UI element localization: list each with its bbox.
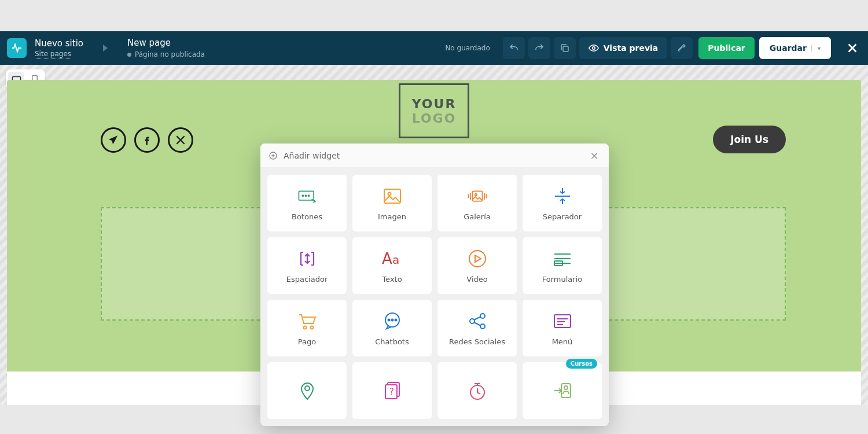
widget-label: Chatbots [375, 337, 409, 346]
svg-text:A: A [382, 250, 392, 267]
widget-label: Texto [382, 275, 402, 284]
x-twitter-icon[interactable] [168, 127, 193, 153]
join-us-button[interactable]: Join Us [713, 126, 786, 153]
svg-point-13 [475, 193, 476, 195]
telegram-icon[interactable] [101, 127, 126, 153]
save-label: Guardar [770, 43, 807, 53]
widget-card-buttons[interactable]: Botones [267, 175, 347, 231]
page-title[interactable]: New page [127, 38, 205, 48]
plus-circle-icon [269, 151, 278, 160]
svg-point-28 [305, 386, 310, 391]
svg-point-26 [480, 324, 485, 329]
chat-icon [382, 311, 403, 332]
logo-line1: YOUR [412, 97, 457, 111]
save-button[interactable]: Guardar ▾ [759, 37, 831, 59]
location-icon [297, 380, 318, 401]
spacer-icon [297, 248, 318, 269]
text-icon: Aa [382, 248, 403, 269]
copy-button[interactable] [554, 37, 576, 59]
svg-point-23 [395, 319, 396, 321]
social-icons-row[interactable] [101, 127, 193, 153]
image-icon [382, 186, 403, 207]
close-button[interactable] [844, 39, 861, 57]
breadcrumb: Nuevo sitio Site pages New page Página n… [35, 38, 205, 58]
modal-title: Añadir widget [284, 151, 340, 160]
widget-card-share[interactable]: Redes Sociales [437, 300, 517, 356]
widget-card-video[interactable]: Video [437, 237, 517, 294]
svg-point-9 [308, 195, 309, 196]
widget-card-text[interactable]: AaTexto [352, 237, 432, 294]
redo-button[interactable] [528, 37, 550, 59]
widget-label: Formulario [542, 275, 582, 284]
buttons-icon [297, 186, 318, 207]
svg-text:?: ? [389, 387, 394, 397]
svg-point-34 [564, 386, 568, 389]
save-dropdown-chevron-icon[interactable]: ▾ [811, 45, 821, 52]
widget-label: Espaciador [286, 275, 328, 284]
widget-label: Separador [543, 212, 582, 221]
widget-card-separator[interactable]: Separador [523, 175, 602, 231]
menu-icon [552, 311, 573, 332]
cart-icon [297, 311, 318, 332]
quiz-icon: ? [382, 380, 403, 401]
widget-label: Botones [292, 212, 322, 221]
logo-placeholder[interactable]: YOUR LOGO [399, 83, 469, 138]
widget-grid: BotonesImagenGaleríaSeparadorEspaciadorA… [260, 168, 609, 426]
publish-button[interactable]: Publicar [698, 37, 755, 59]
app-logo-icon[interactable] [7, 38, 27, 58]
svg-point-22 [391, 319, 393, 321]
logo-line2: LOGO [412, 111, 457, 126]
widget-card-spacer[interactable]: Espaciador [267, 237, 347, 294]
svg-point-18 [303, 326, 306, 329]
share-icon [467, 311, 488, 332]
widget-label: Pago [298, 337, 316, 346]
widget-card-menu[interactable]: Menú [523, 300, 602, 356]
svg-point-7 [302, 195, 303, 196]
svg-point-8 [305, 195, 306, 196]
svg-text:a: a [392, 253, 399, 267]
widget-card-clock[interactable] [437, 362, 517, 419]
widget-card-cart[interactable]: Pago [267, 300, 347, 356]
login-icon [552, 380, 573, 401]
modal-header: Añadir widget × [260, 144, 609, 168]
svg-point-21 [388, 319, 389, 321]
preview-button[interactable]: Vista previa [579, 37, 668, 59]
svg-rect-0 [563, 46, 568, 52]
svg-point-1 [593, 47, 595, 50]
gallery-icon [467, 186, 488, 207]
widget-card-form[interactable]: Formulario [523, 237, 602, 294]
svg-rect-10 [384, 189, 400, 203]
top-bar: Nuevo sitio Site pages New page Página n… [0, 31, 868, 65]
widget-label: Video [466, 275, 487, 284]
form-icon [552, 248, 573, 269]
widget-card-gallery[interactable]: Galería [437, 175, 517, 231]
svg-point-16 [469, 251, 486, 267]
widget-label: Imagen [378, 212, 406, 221]
preview-label: Vista previa [604, 43, 659, 53]
facebook-icon[interactable] [134, 127, 160, 153]
site-title[interactable]: Nuevo sitio [35, 38, 83, 49]
widget-card-location[interactable] [267, 362, 347, 419]
widget-card-chat[interactable]: Chatbots [352, 300, 432, 356]
modal-close-button[interactable]: × [588, 149, 601, 162]
site-pages-link[interactable]: Site pages [35, 50, 83, 58]
page-status: Página no publicada [127, 50, 205, 58]
breadcrumb-chevron-icon [103, 43, 108, 54]
widget-badge: Cursos [566, 359, 597, 369]
widget-card-quiz[interactable]: ? [352, 362, 432, 419]
svg-point-11 [388, 192, 391, 195]
widget-label: Menú [552, 337, 573, 346]
add-widget-modal: Añadir widget × BotonesImagenGaleríaSepa… [260, 144, 609, 426]
widget-label: Redes Sociales [449, 337, 505, 346]
tools-button[interactable] [671, 37, 693, 59]
widget-card-image[interactable]: Imagen [352, 175, 432, 231]
video-icon [467, 248, 488, 269]
widget-card-login[interactable]: Cursos [523, 362, 602, 419]
separator-icon [552, 186, 573, 207]
clock-icon [467, 380, 488, 401]
widget-label: Galería [464, 212, 491, 221]
save-status-text: No guardado [445, 44, 490, 52]
undo-button[interactable] [503, 37, 525, 59]
svg-point-19 [310, 326, 313, 329]
svg-point-25 [480, 314, 485, 318]
